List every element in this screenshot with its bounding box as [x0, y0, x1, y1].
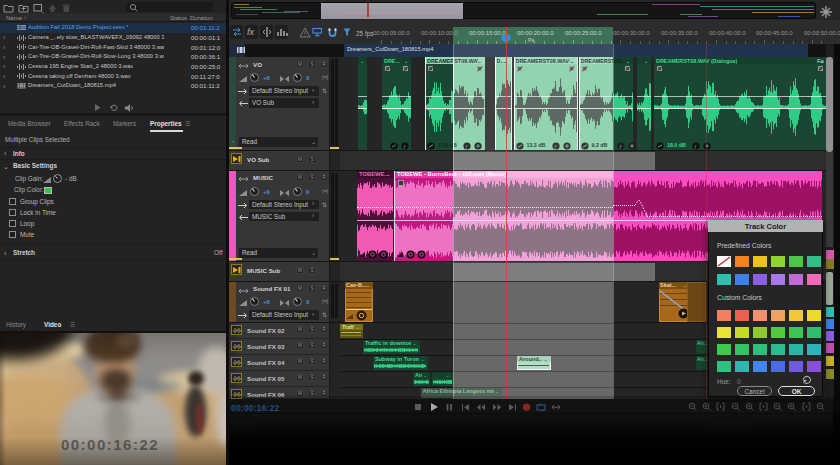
svg-text:fx: fx	[247, 27, 255, 37]
